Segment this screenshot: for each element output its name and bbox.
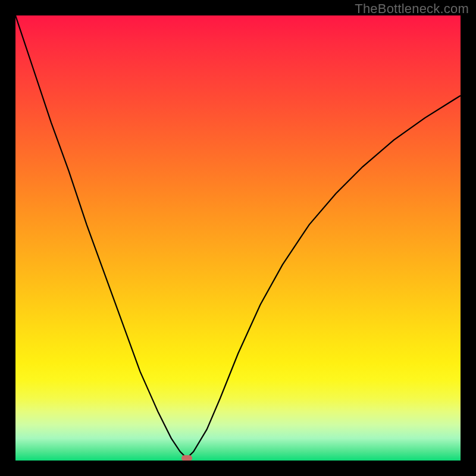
minimum-marker [181, 455, 192, 461]
watermark-text: TheBottleneck.com [355, 1, 469, 17]
chart-frame: TheBottleneck.com [0, 0, 476, 476]
bottleneck-curve [15, 15, 461, 461]
curve-path [15, 15, 461, 458]
plot-area [15, 15, 461, 461]
